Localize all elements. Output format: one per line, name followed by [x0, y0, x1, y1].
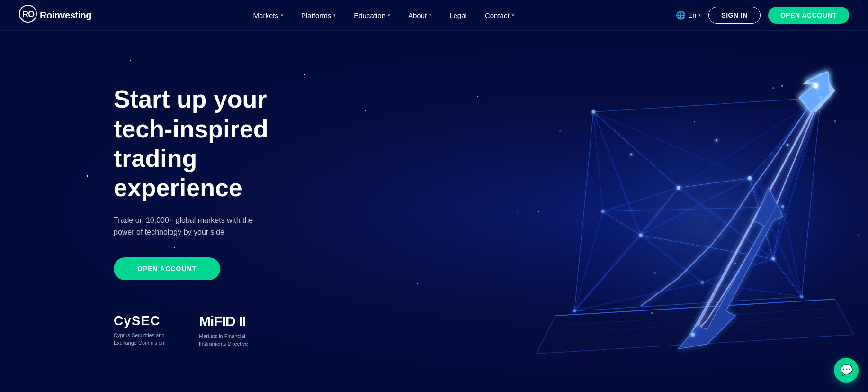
svg-point-46 — [819, 96, 823, 100]
chevron-down-icon: ▾ — [333, 13, 336, 18]
chevron-down-icon: ▾ — [388, 13, 390, 18]
svg-point-55 — [701, 281, 704, 284]
svg-point-62 — [691, 333, 695, 337]
svg-point-50 — [748, 176, 752, 180]
chevron-down-icon: ▾ — [512, 13, 514, 18]
svg-point-65 — [772, 87, 774, 89]
cert-mifid: MiFID II Markets in Financial Instrument… — [199, 313, 265, 348]
cysec-description: Cyprus Securities and Exchange Commision — [114, 331, 180, 347]
open-account-hero-button[interactable]: OPEN ACCOUNT — [114, 257, 220, 280]
logo-icon: RO — [19, 5, 37, 26]
nav-label-markets: Markets — [253, 11, 278, 19]
nav-item-about[interactable]: About ▾ — [401, 8, 439, 23]
navbar: RO Roinvesting Markets ▾ Platforms ▾ Edu… — [0, 0, 868, 31]
hero-subtitle: Trade on 10,000+ global markets with the… — [114, 214, 275, 238]
nav-links: Markets ▾ Platforms ▾ Education ▾ About … — [91, 8, 676, 23]
chevron-down-icon: ▾ — [281, 13, 283, 18]
svg-point-66 — [517, 211, 519, 212]
language-label: En — [688, 11, 696, 19]
svg-point-61 — [814, 83, 818, 88]
svg-point-54 — [781, 205, 784, 208]
signin-button[interactable]: SIGN IN — [708, 7, 761, 24]
svg-point-59 — [654, 272, 656, 274]
svg-point-48 — [800, 295, 803, 298]
cysec-name: CySEC — [114, 313, 180, 328]
nav-label-contact: Contact — [485, 11, 510, 19]
svg-point-63 — [559, 130, 561, 132]
svg-point-58 — [787, 144, 789, 146]
hero-title: Start up your tech-inspired trading expe… — [114, 84, 294, 203]
svg-point-47 — [573, 310, 576, 312]
mifid-description: Markets in Financial Instruments Directi… — [199, 332, 265, 348]
nav-label-legal: Legal — [449, 11, 467, 19]
chevron-down-icon: ▾ — [698, 13, 701, 18]
hero-visual — [442, 46, 868, 377]
nav-item-contact[interactable]: Contact ▾ — [477, 8, 522, 23]
nav-item-platforms[interactable]: Platforms ▾ — [294, 8, 343, 23]
svg-point-51 — [639, 234, 643, 237]
svg-point-57 — [716, 139, 718, 142]
svg-point-60 — [734, 263, 736, 264]
nav-item-markets[interactable]: Markets ▾ — [246, 8, 291, 23]
mifid-name: MiFID II — [199, 313, 265, 329]
svg-point-56 — [630, 154, 633, 156]
svg-point-45 — [592, 110, 595, 114]
chat-button[interactable]: 💬 — [834, 358, 859, 383]
svg-marker-4 — [582, 105, 814, 303]
svg-text:RO: RO — [22, 9, 35, 19]
hero-section: Start up your tech-inspired trading expe… — [0, 31, 868, 392]
hero-content: Start up your tech-inspired trading expe… — [0, 75, 294, 348]
nav-item-education[interactable]: Education ▾ — [346, 8, 398, 23]
svg-point-52 — [772, 257, 775, 261]
chevron-down-icon: ▾ — [429, 13, 431, 18]
logo[interactable]: RO Roinvesting — [19, 5, 91, 26]
language-selector[interactable]: 🌐 En ▾ — [676, 10, 701, 20]
svg-point-53 — [601, 210, 604, 213]
svg-point-49 — [677, 186, 680, 190]
chat-icon: 💬 — [840, 364, 853, 376]
svg-point-64 — [834, 120, 836, 123]
logo-text: Roinvesting — [40, 10, 91, 21]
open-account-nav-button[interactable]: OPEN ACCOUNT — [768, 7, 849, 24]
nav-label-about: About — [408, 11, 427, 19]
globe-icon: 🌐 — [676, 10, 686, 20]
nav-label-platforms: Platforms — [301, 11, 331, 19]
nav-item-legal[interactable]: Legal — [442, 8, 474, 23]
nav-label-education: Education — [354, 11, 385, 19]
certifications: CySEC Cyprus Securities and Exchange Com… — [114, 313, 294, 348]
nav-actions: 🌐 En ▾ SIGN IN OPEN ACCOUNT — [676, 7, 849, 24]
cert-cysec: CySEC Cyprus Securities and Exchange Com… — [114, 313, 180, 347]
svg-point-67 — [858, 234, 859, 236]
